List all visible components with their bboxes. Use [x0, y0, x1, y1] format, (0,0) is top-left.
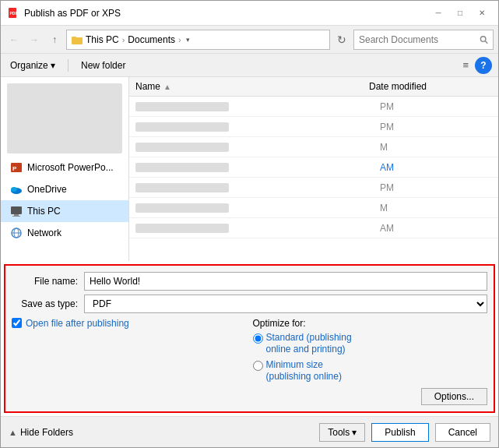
footer-right: Tools ▾ Publish Cancel — [319, 423, 490, 442]
address-path[interactable]: This PC › Documents › ▾ — [66, 30, 330, 50]
tools-button[interactable]: Tools ▾ — [319, 423, 365, 442]
view-button[interactable]: ≡ — [459, 58, 472, 72]
toolbar-separator — [68, 59, 69, 72]
sidebar-item-network[interactable]: Network — [1, 222, 128, 244]
folder-icon — [72, 34, 83, 45]
file-cell-name — [129, 139, 374, 155]
file-cell-name — [129, 220, 374, 236]
filename-input[interactable] — [84, 272, 487, 291]
organize-button[interactable]: Organize ▾ — [7, 58, 58, 72]
forward-button[interactable]: → — [26, 31, 43, 48]
radio-minimum: Minimum size(publishing online) — [253, 359, 488, 383]
file-cell-name — [129, 180, 374, 196]
options-button[interactable]: Options... — [421, 388, 487, 405]
savetype-dropdown[interactable]: PDF XPS Document — [84, 295, 487, 313]
file-cell-name — [129, 160, 374, 175]
thispc-icon — [10, 205, 23, 217]
radio-minimum-input[interactable] — [253, 361, 263, 371]
dialog-publish-pdf-xps: PDF Publish as PDF or XPS ─ □ ✕ ← → ↑ Th… — [0, 0, 499, 448]
powerpoint-icon: P — [10, 161, 23, 174]
sort-indicator: ▲ — [163, 83, 171, 91]
sidebar: P Microsoft PowerPo... OneDrive This PC — [1, 77, 129, 261]
table-row[interactable]: M — [129, 137, 498, 157]
table-row[interactable]: AM — [129, 218, 498, 238]
file-cell-name — [129, 99, 374, 115]
search-box — [353, 30, 494, 50]
optimize-area: Optimize for: Standard (publishingonline… — [253, 318, 488, 383]
radio-minimum-label[interactable]: Minimum size(publishing online) — [266, 359, 342, 383]
options-btn-row: Options... — [12, 388, 487, 405]
radio-standard-label[interactable]: Standard (publishingonline and printing) — [266, 332, 352, 356]
file-cell-name — [129, 119, 374, 135]
toolbar-right: ≡ ? — [459, 57, 492, 74]
table-row[interactable]: M — [129, 198, 498, 218]
table-row[interactable]: PM — [129, 117, 498, 137]
file-cell-date: AM — [374, 220, 498, 236]
svg-rect-12 — [12, 216, 20, 217]
file-cell-date: AM — [374, 160, 498, 175]
file-list-header: Name ▲ Date modified — [129, 77, 498, 97]
svg-text:PDF: PDF — [10, 11, 18, 16]
svg-rect-11 — [14, 214, 19, 216]
col-name-header[interactable]: Name ▲ — [129, 79, 363, 94]
table-row[interactable]: PM — [129, 97, 498, 117]
sidebar-placeholder — [7, 83, 122, 153]
optimize-label: Optimize for: — [253, 318, 488, 329]
sidebar-item-powerpoint-label: Microsoft PowerPo... — [27, 162, 114, 173]
savetype-label: Save as type: — [12, 298, 78, 309]
hide-folders-area[interactable]: ▲ Hide Folders — [9, 427, 73, 438]
pdf-icon: PDF — [7, 7, 19, 19]
savetype-row: Save as type: PDF XPS Document — [12, 295, 487, 313]
search-icon — [480, 35, 488, 44]
svg-point-4 — [480, 36, 486, 41]
file-cell-date: M — [374, 200, 498, 216]
sidebar-item-powerpoint[interactable]: P Microsoft PowerPo... — [1, 157, 128, 178]
title-text: Publish as PDF or XPS — [24, 8, 121, 19]
file-rows-container: PM PM M AM PM M — [129, 97, 498, 238]
sidebar-item-thispc[interactable]: This PC — [1, 200, 128, 222]
radio-standard: Standard (publishingonline and printing) — [253, 332, 488, 356]
network-icon — [10, 227, 23, 239]
svg-text:P: P — [12, 165, 17, 172]
title-bar: PDF Publish as PDF or XPS ─ □ ✕ — [1, 1, 498, 26]
filename-label: File name: — [12, 276, 78, 287]
table-row[interactable]: AM — [129, 157, 498, 178]
back-button[interactable]: ← — [5, 31, 23, 48]
tools-label: Tools — [328, 427, 350, 438]
table-row[interactable]: PM — [129, 178, 498, 198]
sidebar-item-thispc-label: This PC — [27, 206, 61, 217]
path-thispc[interactable]: This PC — [86, 34, 119, 45]
cancel-button[interactable]: Cancel — [435, 423, 490, 442]
svg-line-5 — [485, 41, 487, 43]
title-bar-left: PDF Publish as PDF or XPS — [7, 7, 121, 19]
open-file-label[interactable]: Open file after publishing — [26, 318, 129, 329]
file-cell-date: M — [374, 139, 498, 155]
col-date-header[interactable]: Date modified — [363, 79, 487, 94]
toolbar: Organize ▾ New folder ≡ ? — [1, 54, 498, 77]
path-documents[interactable]: Documents — [128, 34, 175, 45]
tools-dropdown-icon: ▾ — [352, 427, 357, 438]
file-list: Name ▲ Date modified PM PM — [129, 77, 498, 261]
onedrive-icon — [10, 183, 23, 196]
open-file-checkbox[interactable] — [12, 318, 22, 328]
search-input[interactable] — [359, 34, 480, 45]
title-controls: ─ □ ✕ — [428, 5, 492, 21]
help-button[interactable]: ? — [475, 57, 492, 74]
content-area: P Microsoft PowerPo... OneDrive This PC — [1, 77, 498, 261]
close-button[interactable]: ✕ — [472, 5, 492, 21]
new-folder-button[interactable]: New folder — [78, 58, 128, 72]
sidebar-item-onedrive-label: OneDrive — [27, 184, 67, 195]
svg-point-9 — [11, 187, 17, 192]
refresh-button[interactable]: ↻ — [333, 31, 350, 48]
file-cell-date: PM — [374, 180, 498, 196]
hide-folders-label: Hide Folders — [20, 427, 73, 438]
options-row: Open file after publishing Optimize for:… — [12, 318, 487, 383]
sidebar-item-onedrive[interactable]: OneDrive — [1, 178, 128, 200]
file-cell-date: PM — [374, 99, 498, 115]
radio-standard-input[interactable] — [253, 333, 263, 344]
up-button[interactable]: ↑ — [46, 31, 63, 48]
path-dropdown-button[interactable]: ▾ — [184, 36, 192, 44]
maximize-button[interactable]: □ — [450, 5, 470, 21]
publish-button[interactable]: Publish — [371, 423, 428, 442]
minimize-button[interactable]: ─ — [428, 5, 448, 21]
